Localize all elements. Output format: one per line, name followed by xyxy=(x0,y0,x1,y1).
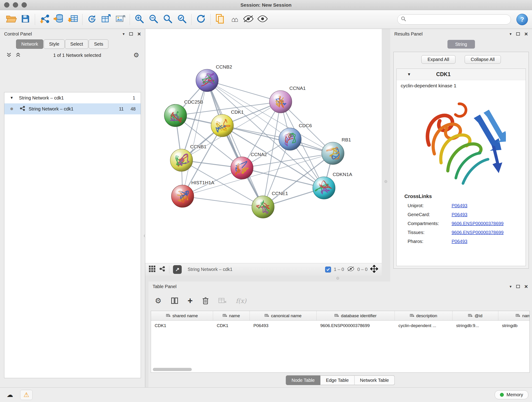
network-overview-icon[interactable] xyxy=(159,266,165,273)
table-row[interactable]: CDK1 CDK1 P06493 9606.ENSP00000378699 cy… xyxy=(151,321,530,331)
tab-sets[interactable]: Sets xyxy=(89,39,108,49)
detach-view-button[interactable]: ↗ xyxy=(173,265,182,274)
pan-crosshair-icon[interactable] xyxy=(370,265,378,274)
column-header[interactable]: @id xyxy=(452,311,498,320)
apply-layout-button[interactable] xyxy=(194,13,208,26)
horizontal-scrollbar[interactable] xyxy=(153,368,192,371)
help-button[interactable]: ? xyxy=(516,14,528,25)
import-table-button[interactable] xyxy=(66,13,80,26)
panel-menu-icon[interactable]: ▾ xyxy=(510,284,512,289)
tab-edge-table[interactable]: Edge Table xyxy=(320,375,355,385)
network-graph[interactable]: CCNB2CCNA1CDC25BCDK1CDC6RB1CCNB1CCNA2CDK… xyxy=(145,29,382,263)
panel-float-icon[interactable] xyxy=(516,285,520,288)
network-collection-row[interactable]: ▼ String Network – cdk1 1 xyxy=(4,92,141,103)
table-header-row: shared name name canonical name database… xyxy=(151,311,530,321)
memory-label: Memory xyxy=(507,392,523,397)
panel-float-icon[interactable] xyxy=(129,32,133,36)
open-session-button[interactable] xyxy=(4,13,18,26)
add-column-icon[interactable]: + xyxy=(188,296,193,305)
cell-description[interactable]: cyclin-dependent ... xyxy=(395,323,452,328)
cell-canonical-name[interactable]: P06493 xyxy=(250,323,317,328)
cell-name[interactable]: CDK1 xyxy=(213,323,250,328)
column-header[interactable]: canonical name xyxy=(250,311,317,320)
zoom-fit-button[interactable] xyxy=(161,13,175,26)
birds-eye-view-icon[interactable] xyxy=(149,266,155,273)
crosslink-genecard-link[interactable]: P06493 xyxy=(452,212,467,217)
toolbar-separator xyxy=(191,14,191,25)
string-home-button[interactable]: ⌂⌂ xyxy=(227,13,241,26)
zoom-out-button[interactable] xyxy=(146,13,161,26)
tab-network[interactable]: Network xyxy=(16,39,43,49)
crosslink-pharos-link[interactable]: P06493 xyxy=(452,239,467,244)
show-columns-icon[interactable] xyxy=(171,297,178,305)
vertical-splitter[interactable] xyxy=(382,29,390,281)
collapse-all-button[interactable]: Collapse All xyxy=(465,55,501,64)
expand-all-icon[interactable] xyxy=(15,52,21,59)
crosslink-tissues-link[interactable]: 9606.ENSP00000378699 xyxy=(452,230,504,235)
disclosure-triangle-icon[interactable]: ▼ xyxy=(407,72,411,77)
panel-close-icon[interactable]: × xyxy=(138,31,141,37)
delete-table-icon-disabled xyxy=(218,297,227,304)
gear-icon[interactable]: ⚙ xyxy=(133,52,139,58)
cloud-button[interactable]: ☁ xyxy=(4,390,16,400)
export-image-button[interactable] xyxy=(113,13,127,26)
column-header[interactable]: namespace xyxy=(498,311,530,320)
clone-network-button[interactable] xyxy=(85,13,99,26)
crosslink-uniprot-link[interactable]: P06493 xyxy=(452,203,467,208)
zoom-in-button[interactable] xyxy=(132,13,146,26)
table-export-icon xyxy=(101,13,112,26)
cell-database-identifier[interactable]: 9606.ENSP00000378699 xyxy=(317,323,395,328)
search-box[interactable] xyxy=(397,14,511,25)
memory-button[interactable]: Memory xyxy=(495,390,528,399)
hidden-eye-slash-icon[interactable] xyxy=(347,266,355,273)
column-header[interactable]: name xyxy=(213,311,250,320)
splitter-handle[interactable] xyxy=(385,180,387,183)
crosslink-row: Uniprot: P06493 xyxy=(408,203,526,208)
help-icon: ? xyxy=(520,16,524,23)
table-tabs: Node Table Edge Table Network Table xyxy=(286,375,395,385)
selected-checkbox-icon[interactable] xyxy=(325,267,331,273)
tab-select[interactable]: Select xyxy=(65,39,89,49)
warnings-button[interactable]: ⚠ xyxy=(20,390,32,400)
tab-network-table[interactable]: Network Table xyxy=(355,375,394,385)
panel-close-icon[interactable]: × xyxy=(525,283,528,289)
import-network-file-button[interactable] xyxy=(37,13,51,26)
column-header[interactable]: description xyxy=(395,311,452,320)
window-close-button[interactable] xyxy=(4,2,9,7)
splitter-handle[interactable] xyxy=(336,277,339,280)
cell-shared-name[interactable]: CDK1 xyxy=(151,323,213,328)
svg-text:CDK1: CDK1 xyxy=(231,109,244,115)
cell-id[interactable]: stringdb:9... xyxy=(452,323,498,328)
delete-column-trash-icon[interactable] xyxy=(202,297,209,305)
column-header[interactable]: database identifier xyxy=(317,311,395,320)
tab-string[interactable]: String xyxy=(447,40,475,49)
panel-menu-icon[interactable]: ▾ xyxy=(123,32,125,36)
panel-menu-icon[interactable]: ▾ xyxy=(510,32,512,36)
selected-count: 1 – 0 xyxy=(334,267,344,272)
window-zoom-button[interactable] xyxy=(22,2,27,7)
panel-close-icon[interactable]: × xyxy=(525,31,528,37)
arrow-up-right-icon: ↗ xyxy=(175,267,179,273)
network-canvas[interactable]: CCNB2CCNA1CDC25BCDK1CDC6RB1CCNB1CCNA2CDK… xyxy=(145,29,382,263)
gene-header[interactable]: ▼ CDK1 xyxy=(397,69,526,80)
table-settings-gear-icon[interactable]: ⚙ xyxy=(155,296,162,305)
zoom-selected-button[interactable] xyxy=(175,13,189,26)
disclosure-triangle-icon[interactable]: ▼ xyxy=(10,96,13,100)
import-network-database-button[interactable] xyxy=(51,13,66,26)
window-minimize-button[interactable] xyxy=(13,2,18,7)
collapse-all-icon[interactable] xyxy=(6,52,12,59)
expand-all-button[interactable]: Expand All xyxy=(421,55,456,64)
crosslink-compartments-link[interactable]: 9606.ENSP00000378699 xyxy=(452,221,504,226)
column-header[interactable]: shared name xyxy=(151,311,213,320)
tab-node-table[interactable]: Node Table xyxy=(286,375,321,385)
show-elements-button[interactable] xyxy=(255,13,270,26)
network-row-selected[interactable]: String Network – cdk1 11 48 xyxy=(4,103,141,114)
tab-style[interactable]: Style xyxy=(44,39,64,49)
hide-elements-button[interactable] xyxy=(241,13,255,26)
copy-document-button[interactable] xyxy=(213,13,227,26)
cell-namespace[interactable]: stringdb xyxy=(498,323,530,328)
search-input[interactable] xyxy=(409,17,507,22)
export-table-button[interactable] xyxy=(99,13,113,26)
panel-float-icon[interactable] xyxy=(516,32,520,36)
save-session-button[interactable] xyxy=(18,13,32,26)
